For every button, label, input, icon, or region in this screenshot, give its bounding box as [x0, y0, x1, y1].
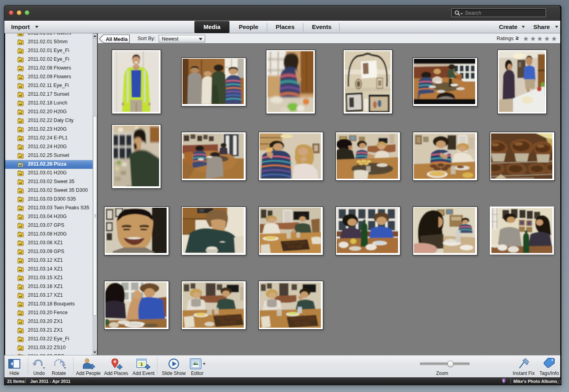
svg-text:All Media: All Media	[106, 37, 128, 42]
svg-text:1: 1	[140, 362, 143, 367]
